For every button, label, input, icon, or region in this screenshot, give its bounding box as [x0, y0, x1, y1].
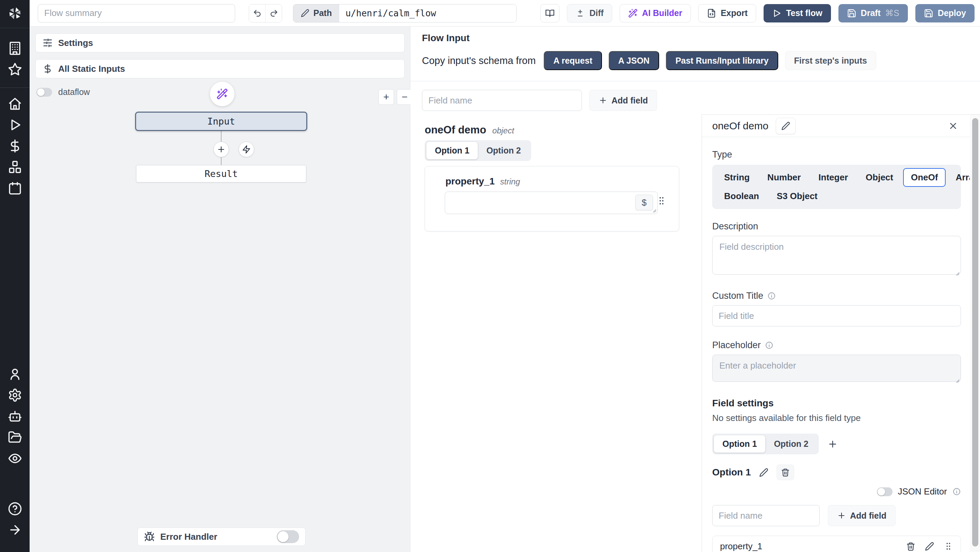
sidebar-collapse-button[interactable]: [7, 522, 23, 538]
property-row-drag-handle[interactable]: [943, 541, 953, 551]
editor-tab-option-1[interactable]: Option 1: [714, 435, 765, 453]
editor-add-field-button[interactable]: Add field: [828, 505, 896, 526]
draft-shortcut: ⌘S: [885, 8, 899, 18]
type-boolean-button[interactable]: Boolean: [716, 187, 767, 205]
field-editor-title: oneOf demo: [712, 120, 768, 132]
custom-title-input[interactable]: [712, 305, 961, 326]
zap-icon: [242, 145, 251, 154]
ai-builder-button[interactable]: AI Builder: [620, 4, 691, 22]
all-static-inputs-button[interactable]: All Static Inputs: [35, 59, 404, 78]
sidebar-item-workers[interactable]: [7, 408, 23, 424]
close-panel-button[interactable]: [948, 121, 958, 131]
edit-path-button[interactable]: Path: [293, 5, 339, 22]
description-label: Description: [712, 221, 961, 232]
test-flow-button[interactable]: Test flow: [764, 4, 830, 22]
resize-handle-icon[interactable]: [954, 270, 960, 276]
type-s3object-button[interactable]: S3 Object: [769, 187, 826, 205]
add-option-button[interactable]: [827, 439, 838, 449]
result-node[interactable]: Result: [136, 165, 306, 182]
edit-property-button[interactable]: [925, 542, 934, 551]
oneof-option-tabs: Option 1 Option 2: [425, 140, 531, 161]
sidebar-item-resources[interactable]: [7, 159, 23, 175]
draft-button[interactable]: Draft ⌘S: [838, 4, 908, 22]
docs-button[interactable]: [540, 4, 559, 22]
deploy-button[interactable]: Deploy: [915, 4, 975, 22]
delete-option-button[interactable]: [776, 465, 794, 480]
field-name-input[interactable]: [422, 90, 582, 111]
gear-icon: [8, 388, 22, 402]
type-integer-button[interactable]: Integer: [811, 168, 856, 187]
dollar-icon: [8, 139, 22, 153]
add-step-button[interactable]: [213, 142, 229, 157]
editor-property-row[interactable]: property_1: [712, 536, 961, 552]
dataflow-label: dataflow: [58, 87, 90, 97]
scrollbar-track[interactable]: [970, 115, 980, 552]
type-string-button[interactable]: String: [716, 168, 757, 187]
info-icon[interactable]: [767, 292, 776, 300]
undo-button[interactable]: [249, 5, 266, 22]
calendar-icon: [8, 181, 22, 195]
zoom-in-button[interactable]: +: [379, 89, 394, 105]
error-handler-toggle[interactable]: [277, 530, 299, 543]
info-icon[interactable]: [765, 341, 773, 350]
sidebar-item-runs[interactable]: [7, 117, 23, 133]
property-value-input[interactable]: [445, 192, 658, 214]
sidebar-item-audit[interactable]: [7, 450, 23, 466]
editor-add-field-row: Add field: [712, 505, 961, 526]
sidebar-item-variables[interactable]: [7, 138, 23, 154]
diff-button[interactable]: Diff: [567, 4, 612, 22]
bug-icon: [144, 531, 155, 542]
error-handler-card[interactable]: Error Handler: [137, 528, 305, 546]
copy-from-json-button[interactable]: A JSON: [609, 51, 659, 70]
wand-icon: [216, 88, 228, 100]
scrollbar-thumb[interactable]: [972, 118, 978, 547]
path-label: Path: [313, 8, 332, 18]
type-label: Type: [712, 150, 961, 160]
input-node[interactable]: Input: [135, 111, 307, 131]
edit-option-button[interactable]: [759, 468, 768, 477]
add-trigger-button[interactable]: [239, 142, 254, 157]
rename-field-button[interactable]: [776, 118, 795, 134]
plus-icon: [217, 145, 226, 154]
sidebar-item-settings[interactable]: [7, 387, 23, 403]
sidebar-item-workspace[interactable]: [7, 40, 23, 56]
sidebar-item-favorites[interactable]: [7, 62, 23, 77]
type-oneof-button[interactable]: OneOf: [903, 168, 946, 187]
tab-option-2[interactable]: Option 2: [478, 142, 529, 159]
export-button[interactable]: Export: [698, 4, 756, 22]
wand-icon: [628, 8, 638, 18]
delete-property-button[interactable]: [906, 542, 915, 551]
plus-icon: [598, 96, 608, 105]
sidebar-item-schedules[interactable]: [7, 180, 23, 196]
info-icon[interactable]: [953, 487, 961, 496]
sidebar-item-user[interactable]: [7, 366, 23, 382]
redo-button[interactable]: [266, 5, 282, 22]
editor-field-name-input[interactable]: [712, 505, 820, 526]
dataflow-toggle[interactable]: [37, 88, 52, 97]
sidebar-item-folders[interactable]: [7, 430, 23, 445]
play-icon: [772, 8, 782, 18]
description-input[interactable]: [712, 236, 961, 275]
json-editor-toggle[interactable]: [877, 487, 892, 496]
flow-settings-button[interactable]: Settings: [35, 33, 404, 52]
json-editor-label: JSON Editor: [898, 486, 947, 497]
editor-tab-option-2[interactable]: Option 2: [765, 435, 817, 453]
ai-flow-button[interactable]: [210, 82, 234, 106]
path-input[interactable]: [339, 5, 516, 22]
copy-from-first-step-button[interactable]: First step's inputs: [785, 51, 876, 70]
add-field-button[interactable]: Add field: [589, 90, 657, 111]
star-icon: [8, 62, 22, 76]
sidebar-item-help[interactable]: [7, 501, 23, 517]
flow-summary-input[interactable]: [38, 4, 235, 22]
resize-handle-icon[interactable]: [651, 207, 657, 213]
placeholder-input[interactable]: [712, 355, 961, 382]
copy-from-past-runs-button[interactable]: Past Runs/Input library: [666, 51, 778, 70]
sidebar-item-home[interactable]: [7, 96, 23, 111]
type-number-button[interactable]: Number: [759, 168, 808, 187]
property-drag-handle[interactable]: [656, 196, 667, 206]
windmill-logo[interactable]: [6, 4, 24, 22]
tab-option-1[interactable]: Option 1: [426, 142, 478, 159]
resize-handle-icon[interactable]: [954, 377, 960, 383]
copy-from-request-button[interactable]: A request: [544, 51, 601, 70]
type-object-button[interactable]: Object: [858, 168, 901, 187]
